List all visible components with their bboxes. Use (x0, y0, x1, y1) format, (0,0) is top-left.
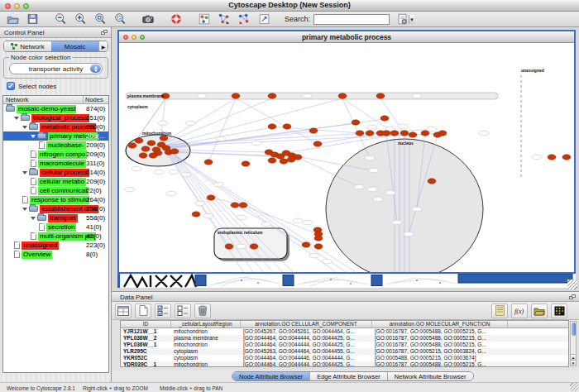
expand-triangle-icon[interactable] (31, 217, 36, 220)
network-node-label[interactable] (213, 182, 223, 187)
network-node[interactable] (280, 159, 288, 164)
network-node[interactable] (309, 128, 318, 133)
network-node[interactable] (390, 131, 399, 136)
network-node-label[interactable] (303, 220, 313, 225)
tree-column-network[interactable]: Network (3, 96, 84, 103)
network-node-label[interactable] (158, 121, 168, 126)
tree-row[interactable]: metabolic process280(0) (3, 122, 108, 131)
network-node-label[interactable] (166, 191, 176, 196)
layout-network-a-icon[interactable] (217, 12, 232, 26)
background-window-titlebar[interactable] (371, 275, 382, 286)
import-attributes-icon[interactable] (531, 304, 548, 318)
network-node-label[interactable] (197, 93, 207, 98)
tree-row[interactable]: response to stimulu264(0) (3, 195, 108, 204)
table-row[interactable]: YJR121W__1mitochondrion[GO:0045267, GO:0… (121, 328, 568, 335)
tab-edge-attribute-browser[interactable]: Edge Attribute Browser (310, 372, 388, 380)
table-row[interactable]: YPL036W__2plasma membrane[GO:0044464, GO… (121, 335, 568, 342)
network-node-label[interactable] (367, 187, 377, 192)
network-node-label[interactable] (412, 93, 422, 98)
network-node[interactable] (204, 160, 213, 165)
tree-row[interactable]: secretion41(0) (3, 222, 108, 232)
tree-row[interactable]: primary metabo209(... (3, 131, 108, 141)
float-panel-icon[interactable] (569, 294, 576, 300)
network-node[interactable] (366, 131, 374, 136)
network-node[interactable] (239, 203, 247, 208)
tree-row[interactable]: establishment of lo558(0) (3, 204, 108, 213)
network-node-label[interactable] (185, 121, 195, 126)
tree-row[interactable]: macromolecule311(0) (3, 159, 108, 168)
network-node-label[interactable] (169, 170, 179, 174)
table-scrollbar[interactable]: ▲ ▼ (570, 321, 577, 366)
node-color-dropdown[interactable]: transporter activity (9, 63, 103, 74)
tree-row[interactable]: biological_process651(0) (3, 113, 108, 122)
column-id[interactable]: ID (121, 321, 171, 327)
dropdown-stepper-icon[interactable] (90, 65, 101, 73)
network-node-label[interactable] (181, 172, 191, 177)
network-node[interactable] (141, 146, 150, 151)
network-edge[interactable] (236, 98, 318, 144)
expand-triangle-icon[interactable] (22, 171, 27, 174)
save-session-icon[interactable] (25, 12, 40, 26)
network-node-label[interactable] (154, 170, 164, 174)
network-node[interactable] (302, 242, 310, 247)
network-node[interactable] (313, 141, 322, 146)
network-node[interactable] (380, 116, 389, 121)
network-view-titlebar[interactable]: primary metabolic process (119, 31, 574, 43)
layout-network-b-icon[interactable] (237, 12, 251, 26)
tree-row[interactable]: Overview8(0) (3, 250, 108, 259)
network-node-label[interactable] (398, 124, 408, 129)
expand-triangle-icon[interactable] (22, 208, 27, 211)
delete-attribute-icon[interactable] (194, 304, 211, 318)
network-node[interactable] (170, 149, 179, 154)
vizmapper-icon[interactable] (197, 12, 212, 26)
column-go-cellular-component[interactable]: annotation.GO CELLULAR_COMPONENT (241, 321, 372, 327)
scroll-down-icon[interactable]: ▼ (571, 360, 576, 366)
snapshot-camera-icon[interactable] (141, 12, 156, 26)
network-edge[interactable] (169, 131, 313, 147)
network-node[interactable] (376, 93, 385, 98)
network-node[interactable] (356, 131, 364, 136)
tree-column-nodes[interactable]: Nodes (84, 96, 108, 103)
tree-row[interactable]: nitrogen compo209(0) (3, 150, 108, 159)
network-node[interactable] (135, 138, 143, 143)
table-row[interactable]: YLR295Ccytoplasm[GO:0045263, GO:0044464,… (121, 348, 568, 355)
network-node[interactable] (268, 93, 276, 98)
column-cellular-layout-region[interactable]: _cellularLayoutRegion (171, 321, 241, 327)
search-settings-icon[interactable] (395, 12, 409, 26)
column-go-molecular-function[interactable]: annotation.GO MOLECULAR_FUNCTION (372, 321, 508, 327)
desktop-resize-grip[interactable] (567, 280, 577, 289)
table-row[interactable]: YDR039C__1mitochondrion[GO:0044464, GO:0… (121, 361, 568, 367)
expand-triangle-icon[interactable] (14, 117, 19, 120)
network-node-label[interactable] (412, 207, 422, 212)
network-node-label[interactable] (237, 215, 246, 220)
network-node[interactable] (268, 124, 276, 129)
network-node[interactable] (338, 93, 347, 98)
zoom-out-icon[interactable] (53, 12, 68, 26)
tree-row[interactable]: mosaic-demo-yeast874(0) (3, 104, 108, 113)
network-node[interactable] (382, 131, 390, 136)
attribute-table[interactable]: ID _cellularLayoutRegion annotation.GO C… (120, 320, 569, 367)
network-node-label[interactable] (385, 190, 395, 195)
network-node[interactable] (250, 244, 258, 249)
network-node-label[interactable] (532, 155, 542, 160)
search-dropdown-arrow-icon[interactable]: ▼ (409, 15, 414, 24)
tab-overflow-arrow[interactable]: ▶ (98, 41, 108, 51)
tree-row[interactable]: cellular process614(0) (3, 168, 108, 177)
network-edge[interactable] (170, 155, 253, 272)
network-node-label[interactable] (302, 93, 312, 98)
network-node[interactable] (352, 120, 360, 125)
annotation-icon[interactable] (256, 12, 271, 26)
help-lifering-icon[interactable] (169, 12, 184, 26)
tab-network[interactable]: Network (4, 41, 51, 51)
tree-row[interactable]: unassigned223(0) (3, 241, 108, 250)
tree-row[interactable]: multi-organism pro42(0) (3, 232, 108, 241)
formula-fx-icon[interactable]: f(x) (511, 304, 528, 318)
network-node[interactable] (149, 153, 157, 158)
network-node[interactable] (231, 203, 239, 208)
network-node-label[interactable] (261, 222, 271, 227)
network-node-label[interactable] (293, 218, 303, 223)
app-resize-grip[interactable] (570, 383, 578, 391)
network-node-label[interactable] (216, 136, 226, 141)
network-view-window[interactable]: primary metabolic process plasma membran… (117, 30, 576, 274)
background-window-edge[interactable] (458, 274, 572, 283)
